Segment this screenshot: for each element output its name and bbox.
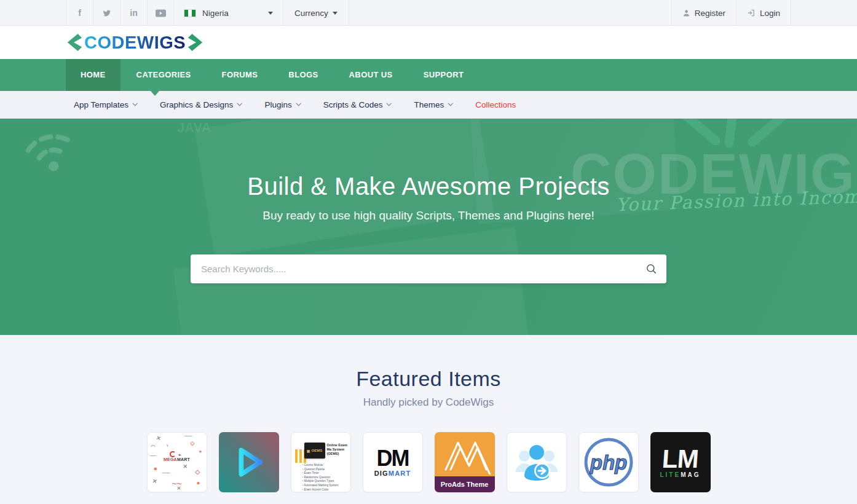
play-icon [227, 441, 271, 484]
twitter-icon[interactable] [93, 0, 120, 26]
logo-bar: CODEWIGS [0, 26, 857, 59]
main-navigation: HOME CATEGORIES FORUMS BLOGS ABOUT US SU… [0, 59, 857, 91]
featured-item-digmart[interactable]: DM DIGMART [363, 432, 423, 492]
topbar-spacer [349, 0, 671, 26]
proads-label: ProAds Theme [435, 476, 495, 492]
country-label: Nigeria [202, 9, 229, 18]
site-logo[interactable]: CODEWIGS [66, 32, 791, 53]
featured-item-oems[interactable]: ▣OEMS Online Exam Ma System (OEMS) Cours… [291, 432, 351, 492]
subnav-item-app-templates[interactable]: App Templates [74, 100, 136, 109]
login-icon [747, 9, 756, 17]
featured-item-megamart[interactable]: ✕ ~~~~ ◇ ◠ ◗ ● ~~~ ⌁ MEGAMART ● ✕ ◇ ~~~~… [147, 432, 207, 492]
featured-items-section: Featured Items Handly picked by CodeWigs… [0, 335, 857, 504]
nigeria-flag-icon [184, 9, 196, 17]
register-link[interactable]: Register [671, 0, 736, 26]
chevron-down-icon [333, 12, 338, 15]
youtube-icon[interactable] [147, 0, 174, 26]
nav-item-support[interactable]: SUPPORT [409, 59, 479, 91]
user-icon [682, 9, 690, 17]
featured-item-play-video[interactable] [219, 432, 279, 492]
nav-item-blogs[interactable]: BLOGS [274, 59, 333, 91]
subnav-item-collections[interactable]: Collections [475, 100, 516, 109]
oems-feature-list: Course Module Question Palette Exam Time… [302, 463, 339, 492]
search-icon [646, 263, 657, 275]
logo-text: CODEWIGS [84, 33, 186, 53]
megamart-swirl [170, 451, 176, 457]
hero-subtitle: Buy ready to use high quality Scripts, T… [0, 209, 857, 222]
litemag-initials: LM [662, 447, 699, 471]
top-bar: f in Nigeria Currency Register Login [0, 0, 857, 26]
social-links: f in [66, 0, 174, 26]
featured-subtitle: Handly picked by CodeWigs [0, 396, 857, 409]
right-chevron-icon [187, 32, 204, 53]
chevron-down-icon [296, 101, 301, 106]
chevron-down-icon [237, 101, 242, 106]
featured-item-php[interactable]: php [579, 432, 639, 492]
oems-title: Online Exam Ma System (OEMS) [327, 443, 350, 456]
chevron-down-icon [448, 101, 453, 106]
subnav-item-graphics-designs[interactable]: Graphics & Designs [160, 100, 241, 109]
chevron-down-icon [387, 101, 392, 106]
currency-selector[interactable]: Currency [283, 0, 349, 26]
register-label: Register [695, 9, 725, 18]
country-selector[interactable]: Nigeria [174, 0, 283, 26]
featured-item-litemag[interactable]: LM LITEMAG [650, 432, 711, 492]
hero-banner: HTML5 JAVA CODEWIGS Your Passion into In… [0, 119, 857, 335]
proads-m-logo [438, 434, 491, 474]
featured-item-proads[interactable]: ProAds Theme [435, 432, 495, 492]
login-label: Login [760, 9, 780, 18]
php-logo: php [583, 436, 634, 488]
login-link[interactable]: Login [736, 0, 791, 26]
chevron-down-icon [133, 101, 138, 106]
featured-title: Featured Items [0, 367, 857, 391]
nav-item-forums[interactable]: FORUMS [207, 59, 273, 91]
left-chevron-icon [66, 32, 83, 53]
megamart-logo: MEGAMART [148, 457, 207, 462]
currency-label: Currency [294, 9, 328, 18]
facebook-icon[interactable]: f [66, 0, 93, 26]
search-bar [191, 254, 666, 283]
chevron-down-icon [268, 12, 273, 15]
search-input[interactable] [191, 254, 666, 283]
nav-item-categories[interactable]: CATEGORIES [122, 59, 206, 91]
digmart-initials: DM [377, 448, 409, 469]
linkedin-icon[interactable]: in [120, 0, 147, 26]
nav-item-about-us[interactable]: ABOUT US [334, 59, 408, 91]
hero-title: Build & Make Awesome Projects [0, 173, 857, 200]
oems-logo: ▣OEMS [304, 443, 325, 459]
search-button[interactable] [636, 254, 666, 283]
subnav-item-themes[interactable]: Themes [414, 100, 452, 109]
categories-dropdown-caret [151, 91, 159, 96]
featured-item-users-group[interactable] [507, 432, 567, 492]
category-sub-navigation: App Templates Graphics & Designs Plugins… [0, 91, 857, 119]
featured-items-row: ✕ ~~~~ ◇ ◠ ◗ ● ~~~ ⌁ MEGAMART ● ✕ ◇ ~~~~… [0, 432, 857, 492]
subnav-item-plugins[interactable]: Plugins [264, 100, 299, 109]
svg-text:php: php [589, 451, 626, 474]
nav-item-home[interactable]: HOME [66, 59, 120, 91]
subnav-item-scripts-codes[interactable]: Scripts & Codes [323, 100, 391, 109]
digmart-wordmark: DIGMART [374, 470, 411, 477]
users-group-icon [515, 440, 559, 484]
